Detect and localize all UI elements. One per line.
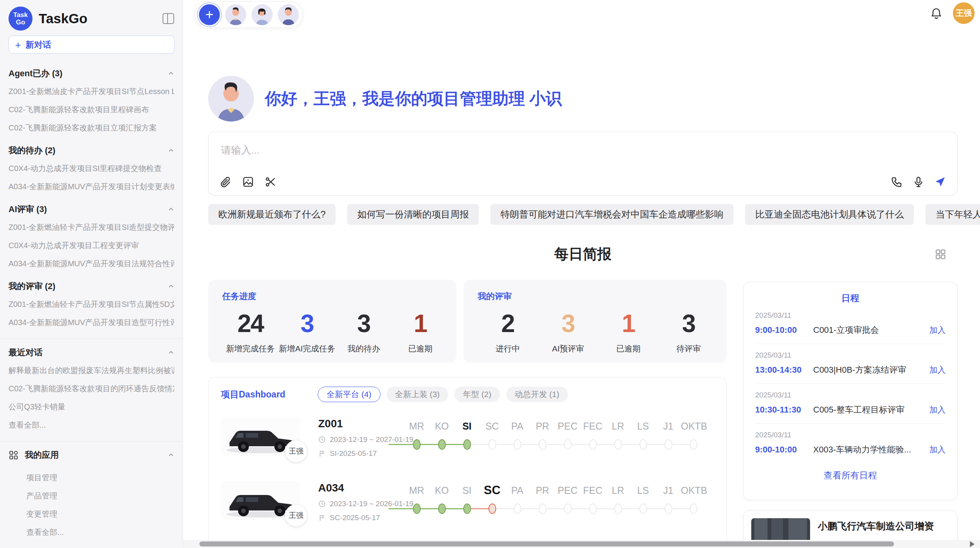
sidebar-conversation-item[interactable]: Z001-全新燃油轻卡产品开发项目SI节点属性5D文件评审 xyxy=(9,295,174,313)
project-row[interactable]: 王强 Z001 2023-12-19 ~ 2027-01-19 SI-2025-… xyxy=(221,417,726,466)
section-header[interactable]: 最近对话 xyxy=(9,347,174,358)
schedule-time: 9:00-10:00 xyxy=(755,325,813,335)
new-conversation-button[interactable]: + xyxy=(199,4,220,25)
greeting-block: 你好，王强，我是你的项目管理助理 小识 xyxy=(208,76,562,122)
milestone-dot xyxy=(614,439,622,450)
stat-label: 我的待办 xyxy=(336,343,392,354)
send-icon[interactable] xyxy=(934,176,946,188)
view-all-schedule-link[interactable]: 查看所有日程 xyxy=(755,463,946,488)
app-shortcut-item[interactable]: 项目管理 xyxy=(26,469,174,487)
chevron-up-icon[interactable] xyxy=(168,283,174,289)
dashboard-tab[interactable]: 全新平台 (4) xyxy=(318,387,380,402)
sidebar-header: Task Go TaskGo xyxy=(0,5,183,30)
stat-label: 新增完成任务 xyxy=(222,343,279,354)
divider xyxy=(0,339,183,339)
phone-icon[interactable] xyxy=(891,176,903,188)
notifications-bell-icon[interactable] xyxy=(930,7,943,20)
sidebar-conversation-item[interactable]: C0X4-动力总成开发项目SI里程碑提交物检查 xyxy=(9,159,174,178)
section-title: 最近对话 xyxy=(9,347,168,358)
sidebar-conversation-item[interactable]: Z001-全新燃油皮卡产品开发项目SI节点Lesson Learn报告 xyxy=(9,82,174,101)
milestone-pr: PR xyxy=(530,483,555,531)
dashboard-tab[interactable]: 动总开发 (1) xyxy=(506,387,568,402)
app-shortcut-item[interactable]: 查看全部... xyxy=(26,523,174,541)
new-chat-button[interactable]: + 新对话 xyxy=(9,36,175,54)
brief-layout-icon[interactable] xyxy=(935,248,946,260)
join-meeting-link[interactable]: 加入 xyxy=(929,325,946,336)
sidebar-conversation-item[interactable]: A034-全新新能源MUV产品开发项目造型可行性评审 xyxy=(9,313,174,332)
app-shortcut-item[interactable]: 产品管理 xyxy=(26,487,174,505)
suggestion-chip[interactable]: 如何写一份清晰的项目周报 xyxy=(347,204,479,225)
chevron-up-icon[interactable] xyxy=(168,452,174,458)
scissors-icon[interactable] xyxy=(264,176,277,188)
stat-value: 3 xyxy=(279,309,335,338)
schedule-event-title: C003|H0B-方案冻结评审 xyxy=(813,364,929,376)
sidebar-conversation-item[interactable]: A034-全新新能源MUV产品开发项目计划变更表编写 xyxy=(9,178,174,196)
scrollbar-thumb[interactable] xyxy=(199,541,894,546)
join-meeting-link[interactable]: 加入 xyxy=(929,365,946,375)
section-header[interactable]: 我的评审 (2) xyxy=(9,281,174,292)
suggestion-chip[interactable]: 欧洲新规最近颁布了什么? xyxy=(208,204,336,225)
user-avatar[interactable]: 王强 xyxy=(953,2,975,24)
stat-label: 待评审 xyxy=(658,343,719,354)
conversation-avatar-2[interactable] xyxy=(252,4,272,25)
stat-item: 3我的待办 xyxy=(336,309,392,354)
conversation-avatar-3[interactable] xyxy=(278,4,299,25)
chevron-up-icon[interactable] xyxy=(168,349,174,356)
section-header[interactable]: Agent已办 (3) xyxy=(9,68,174,79)
milestone-pa: PA xyxy=(505,418,530,466)
recent-conversation-item[interactable]: 公司Q3轻卡销量 xyxy=(9,398,174,416)
conversation-avatar-1[interactable] xyxy=(225,4,246,25)
suggestion-chip[interactable]: 当下年轻人对汽车外观有怎样的喜好趋势 xyxy=(925,204,980,225)
date-range: 2023-12-19 ~ 2026-01-19 xyxy=(330,500,413,508)
recent-conversation-item[interactable]: 查看全部... xyxy=(9,416,174,434)
dashboard-tab[interactable]: 年型 (2) xyxy=(454,387,500,402)
logo-line1: Task xyxy=(13,11,28,19)
paperclip-icon[interactable] xyxy=(219,176,232,188)
join-meeting-link[interactable]: 加入 xyxy=(929,404,946,415)
microphone-icon[interactable] xyxy=(912,176,925,188)
project-row[interactable]: 王强 A034 2023-12-19 ~ 2026-01-19 SC-2025-… xyxy=(221,481,726,531)
stat-item: 3AI预评审 xyxy=(538,309,598,354)
schedule-card: 日程 2025/03/119:00-10:00C001-立项审批会加入2025/… xyxy=(743,282,958,500)
stat-value: 1 xyxy=(598,309,659,338)
chat-input[interactable]: 请输入... xyxy=(208,132,958,195)
recent-conversation-item[interactable]: C02-飞腾新能源轻客改款项目的闭环通告反馈情况 xyxy=(9,380,174,398)
milestone-dot xyxy=(665,503,672,514)
stat-label: AI预评审 xyxy=(538,343,598,354)
recent-conversation-item[interactable]: 解释最新出台的欧盟报废车法规再生塑料比例被调至15%... xyxy=(9,361,174,380)
sidebar-conversation-item[interactable]: C02-飞腾新能源轻客改款项目立项汇报方案 xyxy=(9,119,174,137)
chevron-up-icon[interactable] xyxy=(168,147,174,154)
chevron-up-icon[interactable] xyxy=(168,206,174,212)
chevron-up-icon[interactable] xyxy=(168,70,174,77)
sidebar-collapse-icon[interactable] xyxy=(163,13,174,24)
sidebar-conversation-item[interactable]: C02-飞腾新能源轻客改款项目里程碑画布 xyxy=(9,101,174,119)
dashboard-tab[interactable]: 全新上装 (3) xyxy=(387,387,449,402)
milestone-oktb: OKTB xyxy=(681,483,706,531)
schedule-title: 日程 xyxy=(755,292,946,304)
sidebar-conversation-item[interactable]: C0X4-动力总成开发项目工程变更评审 xyxy=(9,236,174,255)
stat-item: 3待评审 xyxy=(658,309,719,354)
milestone-dot xyxy=(514,439,521,450)
app-shortcut-item[interactable]: 变更管理 xyxy=(26,505,174,523)
milestone-label: FEC xyxy=(580,418,605,434)
milestone-label: J1 xyxy=(656,483,681,498)
image-icon[interactable] xyxy=(242,176,254,188)
clock-icon xyxy=(318,436,326,444)
section-header[interactable]: AI评审 (3) xyxy=(9,204,174,215)
section-header[interactable]: 我的待办 (2) xyxy=(9,145,174,156)
milestone-label: MR xyxy=(404,483,429,498)
join-meeting-link[interactable]: 加入 xyxy=(929,444,946,455)
sidebar-item-my-apps[interactable]: 我的应用 xyxy=(0,444,183,462)
suggestion-chip[interactable]: 比亚迪全固态电池计划具体说了什么 xyxy=(745,204,914,225)
scrollbar-right-arrow[interactable] xyxy=(970,541,975,547)
milestone-dot xyxy=(514,503,521,514)
sidebar-conversation-item[interactable]: Z001-全新燃油轻卡产品开发项目SI造型提交物评审 xyxy=(9,218,174,236)
milestone-pr: PR xyxy=(530,418,555,466)
my-review-card: 我的评审 2进行中3AI预评审1已逾期3待评审 xyxy=(464,280,726,363)
stat-value: 3 xyxy=(538,309,598,338)
suggestion-chip[interactable]: 特朗普可能对进口汽车增税会对中国车企造成哪些影响 xyxy=(490,204,733,225)
milestone-label: LR xyxy=(605,483,630,498)
sidebar-conversation-item[interactable]: A034-全新新能源MUV产品开发项目法规符合性评审 xyxy=(9,255,174,273)
stat-item: 2进行中 xyxy=(478,309,538,354)
milestone-connector xyxy=(389,444,416,445)
